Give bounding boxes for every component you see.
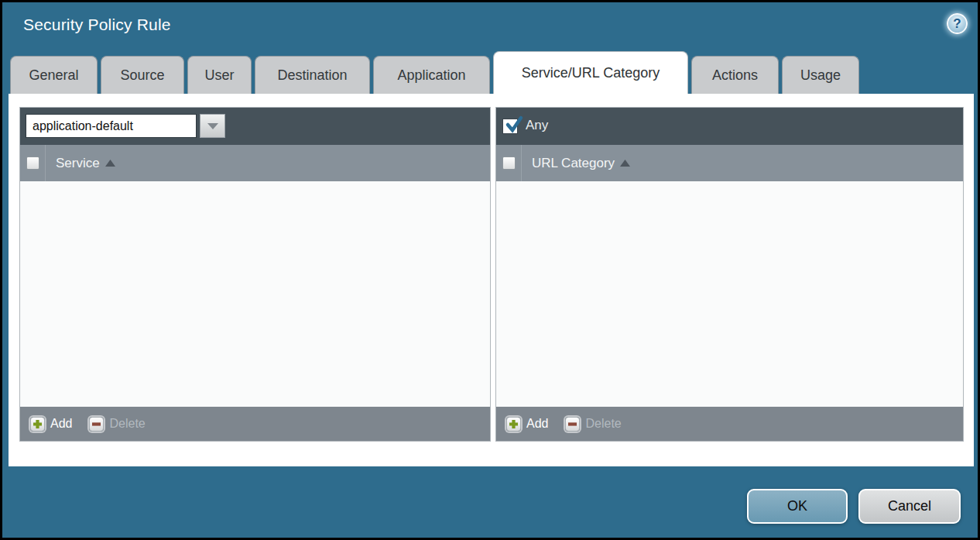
any-checkbox[interactable] [502, 119, 518, 134]
add-label: Add [50, 417, 72, 431]
dialog-title: Security Policy Rule [23, 15, 171, 34]
url-category-delete-button[interactable]: Delete [565, 417, 621, 432]
service-panel-footer: Add Delete [20, 407, 490, 441]
tab-content-area: Service Add Delete [9, 94, 974, 466]
add-label: Add [526, 417, 548, 431]
plus-icon [506, 417, 521, 432]
tab-bar: General Source User Destination Applicat… [10, 51, 859, 94]
help-icon[interactable]: ? [947, 13, 968, 34]
service-select-all-checkbox[interactable] [26, 156, 39, 170]
cancel-button[interactable]: Cancel [858, 489, 961, 524]
tab-label: Usage [800, 67, 841, 84]
tab-label: Actions [712, 67, 758, 84]
url-category-panel: Any URL Category Ad [495, 107, 964, 442]
tab-label: User [204, 67, 234, 84]
tab-label: Application [397, 67, 465, 84]
tab-source[interactable]: Source [101, 56, 184, 94]
minus-icon [89, 417, 104, 432]
tab-label: Source [120, 67, 164, 84]
tab-destination[interactable]: Destination [255, 56, 370, 94]
service-type-input[interactable] [26, 114, 197, 138]
check-icon [504, 115, 524, 135]
service-panel: Service Add Delete [19, 107, 491, 442]
tab-label: General [29, 67, 78, 84]
tab-application[interactable]: Application [373, 56, 490, 94]
service-column-label: Service [56, 156, 100, 171]
minus-icon [565, 417, 580, 432]
chevron-down-icon [207, 122, 219, 130]
url-category-list-body [496, 181, 963, 407]
url-category-panel-header: Any [496, 108, 963, 145]
tab-general[interactable]: General [10, 56, 98, 94]
tab-label: Service/URL Category [522, 65, 660, 81]
delete-label: Delete [585, 417, 621, 431]
tab-usage[interactable]: Usage [782, 56, 859, 94]
service-sort-header[interactable]: Service [46, 156, 115, 171]
url-category-add-button[interactable]: Add [506, 417, 548, 432]
checkbox-cell [496, 145, 522, 181]
url-category-sort-header[interactable]: URL Category [522, 156, 630, 171]
tab-label: Destination [277, 67, 347, 84]
security-policy-rule-dialog: Security Policy Rule ? General Source Us… [0, 0, 980, 540]
service-add-button[interactable]: Add [30, 417, 72, 432]
service-type-dropdown-button[interactable] [200, 114, 225, 138]
service-list-body [20, 181, 490, 407]
service-column-header: Service [20, 145, 490, 181]
service-delete-button[interactable]: Delete [89, 417, 145, 432]
sort-asc-icon [105, 160, 115, 167]
any-label: Any [526, 118, 548, 133]
service-panel-header [20, 108, 490, 145]
sort-asc-icon [620, 160, 630, 167]
tab-service-url-category[interactable]: Service/URL Category [493, 51, 688, 94]
url-category-column-label: URL Category [532, 156, 615, 171]
tab-actions[interactable]: Actions [691, 56, 779, 94]
url-category-column-header: URL Category [496, 145, 963, 181]
tab-user[interactable]: User [187, 56, 252, 94]
checkbox-cell [20, 145, 46, 181]
url-category-select-all-checkbox[interactable] [502, 156, 516, 170]
url-category-panel-footer: Add Delete [496, 407, 963, 441]
delete-label: Delete [109, 417, 145, 431]
ok-button[interactable]: OK [747, 489, 848, 524]
plus-icon [30, 417, 45, 432]
